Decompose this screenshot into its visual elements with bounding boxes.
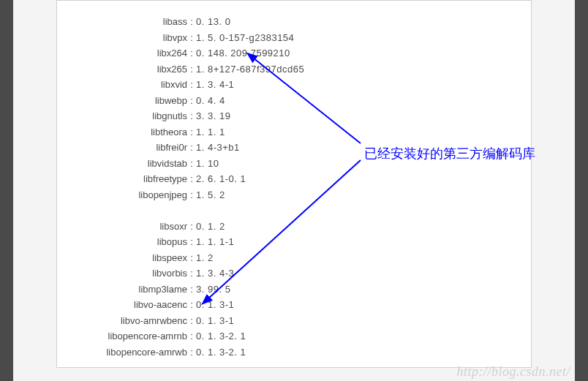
library-name: libspeex <box>57 250 187 266</box>
library-version: 0. 148. 209 7599210 <box>196 45 290 61</box>
separator: : <box>187 140 196 156</box>
separator: : <box>187 93 196 109</box>
library-version: 1. 3. 4-1 <box>196 77 234 93</box>
separator: : <box>187 328 196 344</box>
content-panel: libass:0. 13. 0libvpx:1. 5. 0-157-g23831… <box>56 0 532 368</box>
library-name: libvpx <box>57 30 187 46</box>
library-row: libopenjpeg:1. 5. 2 <box>57 187 335 203</box>
separator: : <box>187 30 196 46</box>
library-row: libtheora:1. 1. 1 <box>57 124 335 140</box>
library-name: libxvid <box>57 77 187 93</box>
library-row: libwebp:0. 4. 4 <box>57 93 335 109</box>
library-version: 1. 8+127-687f397dcd65 <box>196 61 304 78</box>
library-name: libopencore-amrnb <box>57 328 187 344</box>
library-version: 1. 3. 4-3 <box>196 265 234 282</box>
watermark-text: http://blog.csdn.net/ <box>457 364 570 380</box>
library-row: libvorbis:1. 3. 4-3 <box>57 265 335 282</box>
separator: : <box>187 156 196 172</box>
separator: : <box>187 265 196 282</box>
separator: : <box>187 297 196 313</box>
library-name: libgnutls <box>57 108 187 124</box>
library-name: libvidstab <box>57 156 187 172</box>
separator: : <box>187 250 196 266</box>
library-name: libtheora <box>57 124 187 140</box>
library-version: 1. 1. 1 <box>196 124 225 140</box>
separator: : <box>187 14 196 30</box>
library-version: 0. 4. 4 <box>196 93 225 109</box>
library-version: 1. 1. 1-1 <box>196 234 234 250</box>
library-row: libvo-aacenc:0. 1. 3-1 <box>57 297 335 313</box>
library-version: 2. 6. 1-0. 1 <box>196 171 246 187</box>
library-row: libvidstab:1. 10 <box>57 156 335 172</box>
library-version: 1. 4-3+b1 <box>196 140 240 156</box>
library-row: libass:0. 13. 0 <box>57 14 335 30</box>
library-row: libfreetype:2. 6. 1-0. 1 <box>57 171 335 187</box>
separator: : <box>187 344 196 361</box>
library-name: libopencore-amrwb <box>57 344 187 361</box>
library-row: libspeex:1. 2 <box>57 250 335 266</box>
library-row: libx264:0. 148. 209 7599210 <box>57 45 335 61</box>
separator: : <box>187 108 196 124</box>
library-list: libass:0. 13. 0libvpx:1. 5. 0-157-g23831… <box>57 1 335 360</box>
library-row: libx265:1. 8+127-687f397dcd65 <box>57 61 335 78</box>
separator: : <box>187 124 196 140</box>
library-name: libopenjpeg <box>57 187 187 203</box>
library-version: 0. 1. 3-1 <box>196 297 234 313</box>
library-version: 1. 5. 2 <box>196 187 225 203</box>
library-version: 3. 99. 5 <box>196 282 230 298</box>
library-row: libvo-amrwbenc:0. 1. 3-1 <box>57 313 335 329</box>
library-name: libfrei0r <box>57 140 187 156</box>
separator: : <box>187 171 196 187</box>
separator: : <box>187 234 196 250</box>
library-row: libopus:1. 1. 1-1 <box>57 234 335 250</box>
library-name: libvo-aacenc <box>57 297 187 313</box>
library-row: libopencore-amrnb:0. 1. 3-2. 1 <box>57 328 335 344</box>
library-row: libsoxr:0. 1. 2 <box>57 219 335 235</box>
library-name: libopus <box>57 234 187 250</box>
library-version: 0. 1. 3-2. 1 <box>196 328 246 344</box>
library-name: libx265 <box>57 61 187 78</box>
library-row: libopencore-amrwb:0. 1. 3-2. 1 <box>57 344 335 361</box>
library-name: libmp3lame <box>57 282 187 298</box>
library-name: libwebp <box>57 93 187 109</box>
library-name: libvo-amrwbenc <box>57 313 187 329</box>
separator: : <box>187 219 196 235</box>
library-name: libsoxr <box>57 219 187 235</box>
library-name: libx264 <box>57 45 187 61</box>
separator: : <box>187 313 196 329</box>
library-name: libvorbis <box>57 265 187 282</box>
library-row: libgnutls:3. 3. 19 <box>57 108 335 124</box>
separator: : <box>187 77 196 93</box>
library-name: libfreetype <box>57 171 187 187</box>
page-background: libass:0. 13. 0libvpx:1. 5. 0-157-g23831… <box>13 0 575 381</box>
library-name: libass <box>57 14 187 30</box>
library-version: 3. 3. 19 <box>196 108 230 124</box>
library-version: 0. 1. 3-2. 1 <box>196 344 246 361</box>
separator: : <box>187 45 196 61</box>
library-row: libmp3lame:3. 99. 5 <box>57 282 335 298</box>
library-row: libvpx:1. 5. 0-157-g2383154 <box>57 30 335 46</box>
library-row: libxvid:1. 3. 4-1 <box>57 77 335 93</box>
library-version: 1. 2 <box>196 250 214 266</box>
library-version: 0. 1. 2 <box>196 219 225 235</box>
separator: : <box>187 282 196 298</box>
library-row: libfrei0r:1. 4-3+b1 <box>57 140 335 156</box>
blank-line <box>57 203 335 219</box>
library-version: 0. 1. 3-1 <box>196 313 234 329</box>
separator: : <box>187 61 196 78</box>
library-version: 0. 13. 0 <box>196 14 230 30</box>
separator: : <box>187 187 196 203</box>
annotation-text: 已经安装好的第三方编解码库 <box>364 145 535 162</box>
library-version: 1. 5. 0-157-g2383154 <box>196 30 294 46</box>
library-version: 1. 10 <box>196 156 219 172</box>
